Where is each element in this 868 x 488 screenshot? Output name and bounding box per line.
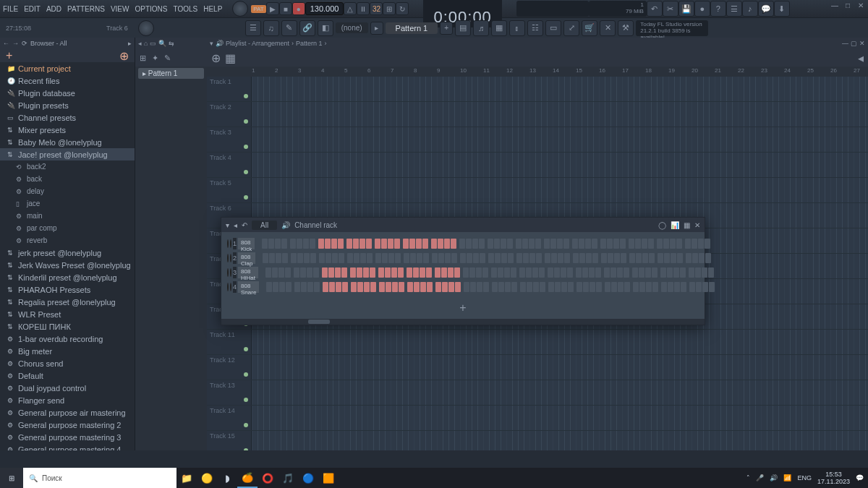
channel-pan-knob[interactable] <box>227 254 229 262</box>
grid-icon[interactable]: ⊞ <box>140 53 146 63</box>
playlist-track[interactable]: Track 13 <box>207 380 868 406</box>
step-button[interactable] <box>702 282 708 292</box>
step-button[interactable] <box>633 282 639 292</box>
step-button[interactable] <box>347 253 353 263</box>
play-button[interactable]: ▶ <box>266 2 279 15</box>
step-button[interactable] <box>563 239 569 249</box>
step-button[interactable] <box>501 239 506 249</box>
step-button[interactable] <box>681 282 686 292</box>
step-button[interactable] <box>359 239 365 249</box>
step-button[interactable] <box>395 253 401 263</box>
step-button[interactable] <box>579 239 584 249</box>
flstudio-icon[interactable]: 🍊 <box>237 468 258 488</box>
step-button[interactable] <box>576 267 582 278</box>
browser-options-icon[interactable]: ⊕ <box>119 49 129 63</box>
step-button[interactable] <box>533 282 539 292</box>
step-button[interactable] <box>407 267 412 278</box>
step-button[interactable] <box>652 282 658 292</box>
fwd-icon[interactable]: → <box>12 40 19 47</box>
step-button[interactable] <box>686 253 692 263</box>
step-button[interactable] <box>676 239 682 249</box>
step-button[interactable] <box>336 282 341 292</box>
browser-item[interactable]: ⚙Chorus send <box>0 357 135 369</box>
step-button[interactable] <box>291 253 297 263</box>
step-button[interactable] <box>435 267 441 278</box>
tray-volume-icon[interactable]: 🔊 <box>770 474 778 481</box>
step-button[interactable] <box>460 253 466 263</box>
step-button[interactable] <box>420 267 425 278</box>
menu-tools[interactable]: TOOLS <box>170 5 200 13</box>
step-button[interactable] <box>399 282 404 292</box>
step-button[interactable] <box>567 267 573 278</box>
step-button[interactable] <box>464 282 469 292</box>
step-button[interactable] <box>307 282 313 292</box>
step-button[interactable] <box>608 253 613 263</box>
step-button[interactable] <box>435 282 441 292</box>
pl-audio-icon[interactable]: 🔊 <box>216 40 224 47</box>
channel-number[interactable]: 2 <box>233 252 237 264</box>
step-button[interactable] <box>463 267 469 278</box>
step-button[interactable] <box>540 282 545 292</box>
menu-view[interactable]: VIEW <box>108 5 132 13</box>
step-button[interactable] <box>438 253 444 263</box>
step-button[interactable] <box>375 253 381 263</box>
step-button[interactable] <box>592 239 597 249</box>
step-button[interactable] <box>459 239 465 249</box>
step-button[interactable] <box>414 282 420 292</box>
step-button[interactable] <box>410 253 416 263</box>
step-button[interactable] <box>708 267 714 278</box>
step-button[interactable] <box>667 267 673 278</box>
playlist-track[interactable]: Track 5 <box>207 178 868 203</box>
step-button[interactable] <box>386 282 391 292</box>
step-button[interactable] <box>480 253 485 263</box>
step-button[interactable] <box>508 253 514 263</box>
step-button[interactable] <box>477 282 482 292</box>
step-button[interactable] <box>282 253 288 263</box>
step-button[interactable] <box>409 239 415 249</box>
step-button[interactable] <box>491 267 497 278</box>
step-button[interactable] <box>589 267 595 278</box>
step-button[interactable] <box>511 282 517 292</box>
pl-close-icon[interactable]: ✕ <box>859 40 865 47</box>
playlist-track[interactable]: Track 4 <box>207 153 868 178</box>
step-button[interactable] <box>555 282 561 292</box>
step-button[interactable] <box>286 282 292 292</box>
menu-file[interactable]: FILE <box>0 5 21 13</box>
playlist-track[interactable]: Track 2 <box>207 102 868 127</box>
step-button[interactable] <box>370 282 376 292</box>
step-button[interactable] <box>442 282 448 292</box>
step-button[interactable] <box>495 253 501 263</box>
step-button[interactable] <box>657 239 663 249</box>
pat-left-icon[interactable]: ◂ <box>138 40 142 47</box>
step-button[interactable] <box>323 282 328 292</box>
tray-expand-icon[interactable]: ˄ <box>746 474 750 481</box>
browser-item[interactable]: ⚙Default <box>0 369 135 382</box>
step-button[interactable] <box>629 253 635 263</box>
step-button[interactable] <box>269 253 275 263</box>
step-button[interactable] <box>618 282 624 292</box>
channel-pan-knob[interactable] <box>227 283 229 291</box>
step-button[interactable] <box>674 282 680 292</box>
news-panel[interactable]: Today FL Studio version 21.2.1 build 385… <box>636 20 708 36</box>
step-button[interactable] <box>301 282 307 292</box>
step-button[interactable] <box>451 253 457 263</box>
snap-next-icon[interactable]: ▸ <box>370 22 383 35</box>
step-button[interactable] <box>303 239 309 249</box>
cr-filter[interactable]: All <box>252 221 277 230</box>
browser-item[interactable]: ⚙General purpose mastering 3 <box>0 431 135 443</box>
step-button[interactable] <box>367 253 373 263</box>
step-button[interactable] <box>705 253 711 263</box>
step-button[interactable] <box>338 239 344 249</box>
step-button[interactable] <box>357 267 362 278</box>
step-button[interactable] <box>692 253 698 263</box>
step-button[interactable] <box>366 239 372 249</box>
step-button[interactable] <box>275 239 281 249</box>
step-button[interactable] <box>596 282 602 292</box>
step-button[interactable] <box>426 267 432 278</box>
step-button[interactable] <box>403 239 409 249</box>
step-button[interactable] <box>494 239 500 249</box>
step-button[interactable] <box>326 253 331 263</box>
channel-vol-knob[interactable] <box>230 239 231 248</box>
channel-name[interactable]: 808 Clap <box>238 252 255 264</box>
step-button[interactable] <box>432 253 438 263</box>
